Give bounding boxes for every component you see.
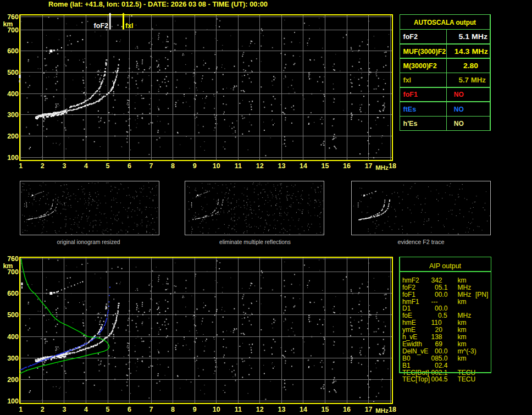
svg-text:10: 10 xyxy=(213,162,220,170)
svg-text:11: 11 xyxy=(235,162,242,170)
svg-text:6: 6 xyxy=(128,162,131,170)
svg-text:fxl: fxl xyxy=(403,76,412,84)
svg-text:0.5: 0.5 xyxy=(438,312,447,319)
svg-text:5.7 MHz: 5.7 MHz xyxy=(459,76,486,84)
svg-text:4: 4 xyxy=(84,406,88,413)
svg-text:7: 7 xyxy=(149,162,153,170)
svg-text:20: 20 xyxy=(435,326,443,334)
svg-text:05.1: 05.1 xyxy=(435,284,448,291)
svg-text:9: 9 xyxy=(193,162,197,170)
svg-text:MHz: MHz xyxy=(375,164,389,171)
svg-text:6: 6 xyxy=(128,406,131,413)
svg-text:eliminate multiple reflections: eliminate multiple reflections xyxy=(219,239,291,245)
svg-text:600: 600 xyxy=(7,47,19,55)
svg-text:TECU: TECU xyxy=(458,375,476,383)
svg-text:M(3000)F2: M(3000)F2 xyxy=(403,62,437,70)
svg-text:400: 400 xyxy=(7,333,19,341)
svg-text:5: 5 xyxy=(106,162,110,170)
svg-text:km: km xyxy=(458,340,467,348)
svg-text:D1: D1 xyxy=(402,305,411,312)
svg-text:km: km xyxy=(458,319,467,327)
svg-text:ftEs: ftEs xyxy=(403,106,417,113)
svg-text:foF2: foF2 xyxy=(402,284,415,291)
svg-text:00.0: 00.0 xyxy=(435,305,448,312)
svg-text:hmE: hmE xyxy=(402,319,416,327)
svg-text:h'Es: h'Es xyxy=(403,120,418,128)
svg-text:100: 100 xyxy=(7,154,19,162)
svg-text:7: 7 xyxy=(149,406,153,413)
svg-text:11: 11 xyxy=(235,406,242,413)
svg-text:13: 13 xyxy=(278,406,285,413)
svg-text:200: 200 xyxy=(7,376,19,384)
svg-text:10: 10 xyxy=(213,406,220,413)
svg-text:400: 400 xyxy=(7,90,19,98)
svg-text:AUTOSCALA output: AUTOSCALA output xyxy=(414,18,476,26)
svg-text:12: 12 xyxy=(256,406,264,413)
svg-text:original ionogram resized: original ionogram resized xyxy=(57,239,120,245)
svg-text:foF2: foF2 xyxy=(94,22,108,30)
svg-text:foF1: foF1 xyxy=(403,91,418,98)
svg-text:hmF2: hmF2 xyxy=(402,276,419,284)
svg-text:085.0: 085.0 xyxy=(431,355,448,362)
svg-text:760: 760 xyxy=(7,255,19,263)
svg-text:---: --- xyxy=(431,298,438,306)
svg-text:110: 110 xyxy=(431,319,442,327)
svg-text:004.5: 004.5 xyxy=(431,375,448,383)
svg-text:15: 15 xyxy=(322,162,329,170)
svg-text:MHz: MHz xyxy=(458,284,472,291)
svg-text:500: 500 xyxy=(7,311,19,319)
svg-text:km: km xyxy=(3,262,13,270)
svg-text:2: 2 xyxy=(41,406,45,413)
svg-text:200: 200 xyxy=(7,132,19,140)
svg-text:AIP output: AIP output xyxy=(429,262,462,270)
svg-text:Rome (lat: +41.8, lon: 012.5): Rome (lat: +41.8, lon: 012.5) - DATE: 20… xyxy=(48,0,268,8)
svg-text:fxl: fxl xyxy=(125,22,134,30)
svg-text:14: 14 xyxy=(300,406,307,413)
svg-text:h_vE: h_vE xyxy=(402,333,417,341)
svg-text:00.0: 00.0 xyxy=(435,291,448,298)
svg-text:3: 3 xyxy=(62,162,66,170)
svg-text:hmF1: hmF1 xyxy=(402,298,419,306)
svg-text:foE: foE xyxy=(402,312,412,319)
svg-text:13: 13 xyxy=(278,162,285,170)
svg-text:1: 1 xyxy=(19,406,23,413)
svg-text:16: 16 xyxy=(343,406,351,413)
svg-text:km: km xyxy=(458,333,467,341)
svg-text:9: 9 xyxy=(193,406,197,413)
svg-text:4: 4 xyxy=(84,162,88,170)
svg-text:100: 100 xyxy=(7,397,19,405)
svg-text:14.3 MHz: 14.3 MHz xyxy=(455,48,488,56)
svg-text:NO: NO xyxy=(454,91,464,98)
svg-text:15: 15 xyxy=(322,406,329,413)
svg-text:8: 8 xyxy=(171,162,175,170)
svg-text:17: 17 xyxy=(365,162,373,170)
svg-text:km: km xyxy=(458,276,467,284)
svg-text:3: 3 xyxy=(62,406,66,413)
svg-text:2: 2 xyxy=(41,162,45,170)
svg-text:[PN]: [PN] xyxy=(475,291,488,298)
svg-text:14: 14 xyxy=(300,162,307,170)
svg-text:500: 500 xyxy=(7,69,19,76)
svg-text:km: km xyxy=(3,20,13,28)
svg-text:Ewidth: Ewidth xyxy=(402,340,422,348)
svg-text:MUF(3000)F2: MUF(3000)F2 xyxy=(403,48,446,56)
svg-text:5.1 MHz: 5.1 MHz xyxy=(459,33,488,41)
svg-text:foF1: foF1 xyxy=(402,291,415,298)
svg-text:69: 69 xyxy=(435,340,443,348)
svg-text:DelN_vE: DelN_vE xyxy=(402,347,428,355)
svg-text:evidence F2 trace: evidence F2 trace xyxy=(398,239,445,245)
svg-text:TEC[Top]: TEC[Top] xyxy=(402,375,430,383)
svg-text:B0: B0 xyxy=(402,355,411,362)
svg-text:300: 300 xyxy=(7,111,19,119)
svg-text:300: 300 xyxy=(7,355,19,362)
svg-text:600: 600 xyxy=(7,290,19,297)
svg-text:km: km xyxy=(458,326,467,334)
svg-text:MHz: MHz xyxy=(375,407,389,414)
svg-text:8: 8 xyxy=(171,406,175,413)
svg-text:16: 16 xyxy=(343,162,351,170)
svg-text:foF2: foF2 xyxy=(403,33,418,41)
svg-text:B1: B1 xyxy=(402,362,411,369)
svg-text:km: km xyxy=(458,298,467,306)
svg-text:MHz: MHz xyxy=(458,312,472,319)
svg-text:MHz: MHz xyxy=(458,291,472,298)
